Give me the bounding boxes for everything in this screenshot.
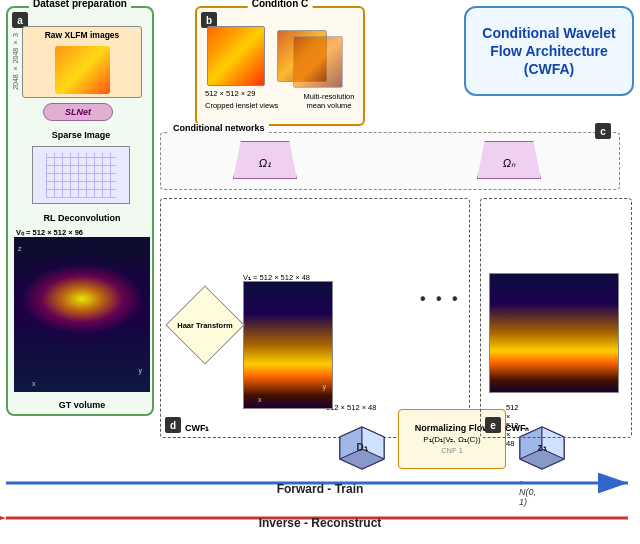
omega1-label: Ω₁ (259, 157, 271, 170)
slnet-box: SLNet (43, 103, 113, 121)
omegan-box: Ωₙ (477, 141, 541, 179)
panel-b-title: Condition C (248, 0, 313, 9)
raw-images-box: Raw XLFM images (22, 26, 142, 98)
haar-diamond (165, 285, 244, 364)
vn-volume (489, 273, 619, 393)
rl-label: RL Deconvolution (28, 213, 136, 223)
cwfa-title-box: Conditional Wavelet Flow Architecture (C… (464, 6, 634, 96)
cwfn-label: CWFₙ (505, 423, 530, 433)
badge-d: d (165, 417, 181, 433)
omegan-label: Ωₙ (503, 157, 515, 170)
badge-e: e (485, 417, 501, 433)
v0-label: V₀ = 512 × 512 × 96 (16, 228, 83, 237)
forward-label: Forward - Train (0, 482, 640, 496)
cwfa-title: Conditional Wavelet Flow Architecture (C… (466, 24, 632, 79)
cnf1-label: CNF 1 (441, 446, 463, 455)
condition-img1 (207, 26, 265, 86)
cond-crop-label: Cropped lenslet views (205, 101, 278, 110)
grid-pattern (46, 153, 116, 198)
v1-volume: y x (243, 281, 333, 409)
norm-flow-label: Normalizing Flow (415, 423, 490, 433)
v1-dim-label: V₁ = 512 × 512 × 48 (243, 273, 310, 282)
badge-c: c (595, 123, 611, 139)
cond-networks-panel: Conditional networks c Ω₁ Ωₙ (160, 132, 620, 190)
dim-label: 2048 × 2048 × 3 (12, 33, 19, 90)
cond-multi-label: Multi-resolution mean volume (295, 92, 363, 110)
cond-net-label: Conditional networks (169, 123, 269, 133)
dim-d1-label: 512 × 512 × 48 (326, 403, 376, 412)
sparse-image-box (32, 146, 130, 204)
honeycomb-pattern (55, 46, 110, 94)
sparse-label: Sparse Image (36, 130, 126, 140)
cond-dim-label: 512 × 512 × 29 (205, 89, 255, 98)
svg-text:D₁: D₁ (356, 442, 367, 453)
main-container: Dataset preparation a Raw XLFM images 20… (0, 0, 640, 544)
cwf1-panel: d CWF₁ 512 × 512 × 48 512 × 512 × 48 D₁ (160, 198, 470, 438)
raw-images-label: Raw XLFM images (23, 30, 141, 40)
omega1-box: Ω₁ (233, 141, 297, 179)
svg-text:z₁: z₁ (538, 442, 547, 453)
condition-img3 (293, 36, 343, 88)
inverse-label: Inverse - Reconstruct (0, 516, 640, 530)
dots: • • • (420, 290, 461, 308)
panel-a-title: Dataset preparation (29, 0, 131, 9)
heatmap (14, 237, 150, 392)
norm-flow-eq: P₁(D₁|V₂, Ω₁(C)) (423, 435, 480, 444)
gt-volume-label: GT volume (14, 400, 150, 410)
panel-b: Condition C b 512 × 512 × 29 Cropped len… (195, 6, 365, 126)
panel-a: Dataset preparation a Raw XLFM images 20… (6, 6, 154, 416)
cube-d1: D₁ (336, 419, 388, 471)
cwfn-panel: e CWFₙ 512 × 512 × 96/2ⁿ LR-NN Vₙ Initia… (480, 198, 632, 438)
gt-volume-box: y x z (14, 237, 150, 392)
cwf1-label: CWF₁ (185, 423, 210, 433)
